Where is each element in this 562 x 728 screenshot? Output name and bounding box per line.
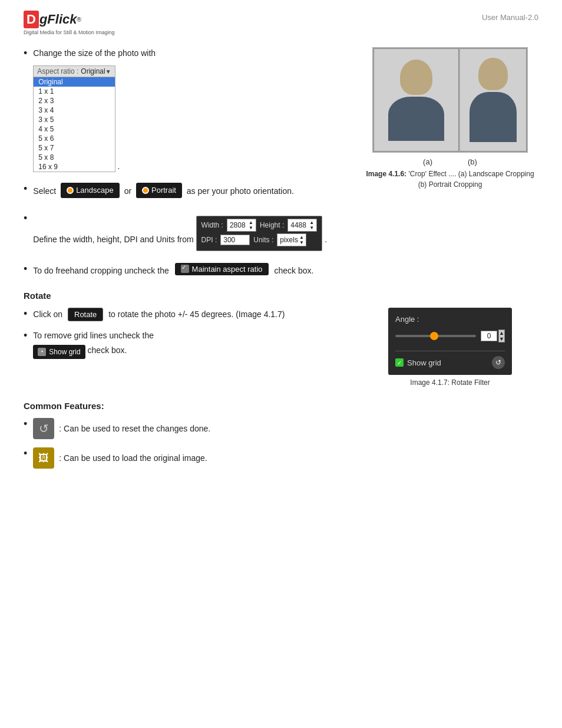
bullet-dot-2: •	[24, 183, 27, 196]
units-label: Units :	[253, 236, 273, 244]
orientation-post-text: as per your photo orientation.	[187, 186, 294, 196]
portrait-button[interactable]: Portrait	[136, 186, 184, 196]
dropdown-item-original[interactable]: Original	[34, 77, 114, 87]
show-grid-checkbox[interactable]: ✓	[395, 358, 404, 367]
wh-widget: Width : 2808 ▲▼ Height : 4488 ▲▼ DPI : 3…	[196, 216, 323, 251]
person-b	[470, 58, 517, 142]
portrait-label: Portrait	[151, 185, 176, 196]
maintain-checkbox-icon	[181, 265, 189, 273]
common-features-heading: Common Features:	[24, 401, 538, 411]
logo-tagline: Digital Media for Still & Motion Imaging	[24, 29, 115, 35]
height-spin[interactable]: ▲▼	[309, 220, 314, 230]
bullet-dot-7: •	[24, 418, 27, 431]
reset-icon-symbol: ↺	[39, 421, 49, 436]
wh-row-2: DPI : 300 Units : pixels ▲▼	[201, 233, 318, 246]
dpi-field[interactable]: 300	[220, 235, 250, 245]
divider	[395, 351, 505, 351]
freehand-pre-text: To do freehand cropping uncheck the	[33, 265, 168, 275]
bullet-content-6: To remove grid lines uncheck the ▪ Show …	[33, 330, 344, 359]
rotate-button[interactable]: Rotate	[68, 309, 105, 319]
landscape-btn-widget: Landscape	[61, 183, 120, 198]
bullet-remove-grid: • To remove grid lines uncheck the ▪ Sho…	[24, 330, 344, 359]
width-label: Width :	[201, 221, 223, 229]
dropdown-item-4x5[interactable]: 4 x 5	[34, 124, 114, 134]
dropdown-item-5x8[interactable]: 5 x 8	[34, 153, 114, 162]
main-content: • Change the size of the photo with Aspe…	[0, 47, 562, 500]
landscape-button[interactable]: Landscape	[61, 186, 122, 196]
rotate-btn-widget: Rotate	[68, 308, 103, 321]
bullet-content-4: To do freehand cropping uncheck the Main…	[33, 263, 538, 277]
show-grid-button-wrapper: ▪ Show grid check box.	[33, 344, 344, 359]
maintain-aspect-label: Maintain aspect ratio	[192, 265, 263, 274]
dropdown-item-3x4[interactable]: 3 x 4	[34, 106, 114, 115]
dropdown-list: Original 1 x 1 2 x 3 3 x 4 3 x 5 4 x 5 5…	[34, 77, 114, 172]
photo-labels: (a) (b)	[417, 156, 483, 166]
logo-area: DgFlick® Digital Media for Still & Motio…	[24, 11, 115, 35]
logo-tm: ®	[77, 17, 81, 23]
bullet-content-3: Define the width, height, DPI and Units …	[33, 212, 538, 255]
bullet-wh: • Define the width, height, DPI and Unit…	[24, 212, 538, 255]
dropdown-item-16x9[interactable]: 16 x 9	[34, 162, 114, 172]
slider-row: 0 ▲▼	[395, 330, 505, 342]
rotate-image-caption: Image 4.1.7: Rotate Filter	[410, 378, 490, 387]
bullet-load-feature: • 🖼 : Can be used to load the original i…	[24, 447, 538, 469]
load-icon-symbol: 🖼	[38, 452, 49, 465]
photo-caption: Image 4.1.6: 'Crop' Effect .... (a) Land…	[362, 169, 538, 190]
bullet-dot-5: •	[24, 308, 27, 321]
dropdown-item-2x3[interactable]: 2 x 3	[34, 96, 114, 106]
rotate-btn-label: Rotate	[74, 310, 97, 319]
show-grid-btn-widget: ▪ Show grid	[33, 345, 85, 359]
height-field[interactable]: 4488 ▲▼	[287, 219, 317, 232]
dropdown-label: Aspect ratio :	[37, 67, 78, 75]
dropdown-item-5x6[interactable]: 5 x 6	[34, 134, 114, 143]
units-spin[interactable]: ▲▼	[299, 235, 304, 245]
bullet-dot-8: •	[24, 447, 27, 460]
logo-text: gFlick	[39, 12, 77, 27]
dpi-label: DPI :	[201, 236, 217, 244]
dropdown-item-1x1[interactable]: 1 x 1	[34, 87, 114, 96]
portrait-radio-icon	[142, 187, 149, 194]
angle-label: Angle :	[395, 315, 505, 324]
bullet-dot-3: •	[24, 212, 27, 225]
wh-pre-text: Define the width, height, DPI and Units …	[33, 235, 193, 244]
landscape-label: Landscape	[76, 185, 114, 196]
landscape-radio-icon	[67, 187, 74, 194]
bullet-orientation: • Select Landscape or	[24, 183, 344, 198]
remove-grid-post: check box.	[88, 345, 127, 355]
show-grid-checkbox-icon: ▪	[38, 348, 46, 356]
angle-slider[interactable]	[395, 335, 476, 337]
crop-left-col: • Change the size of the photo with Aspe…	[24, 47, 344, 206]
rotate-section: • Click on Rotate to rotate the photo +/…	[24, 308, 538, 387]
photo-compare	[372, 47, 528, 153]
aspect-ratio-dropdown[interactable]: Aspect ratio : Original ▼ Original 1 x 1…	[33, 65, 115, 172]
rotate-filter-widget: Angle : 0 ▲▼ ✓ Show grid ↺	[388, 308, 512, 375]
dropdown-item-5x7[interactable]: 5 x 7	[34, 143, 114, 153]
height-label: Height :	[260, 221, 284, 229]
load-feature-text: : Can be used to load the original image…	[59, 452, 207, 465]
bullet-reset-feature: • ↺ : Can be used to reset the changes d…	[24, 418, 538, 439]
reset-button[interactable]: ↺	[492, 356, 505, 369]
manual-label: User Manual-2.0	[482, 13, 538, 22]
remove-grid-text: To remove grid lines uncheck the ▪ Show …	[33, 330, 344, 359]
dropdown-item-3x5[interactable]: 3 x 5	[34, 115, 114, 124]
dropdown-current-value: Original	[81, 67, 105, 75]
maintain-aspect-button[interactable]: Maintain aspect ratio	[175, 265, 271, 275]
units-field[interactable]: pixels ▲▼	[277, 233, 306, 246]
wh-period: .	[325, 235, 327, 244]
bullet-dot-4: •	[24, 263, 27, 276]
show-grid-button[interactable]: ▪ Show grid	[33, 345, 87, 355]
change-size-text: Change the size of the photo with	[33, 48, 156, 58]
body-b	[470, 92, 517, 142]
width-spin[interactable]: ▲▼	[249, 220, 253, 230]
crop-right-col: (a) (b) Image 4.1.6: 'Crop' Effect .... …	[362, 47, 538, 190]
crop-section: • Change the size of the photo with Aspe…	[24, 47, 538, 206]
photo-a-label: (a)	[423, 157, 432, 166]
show-grid-row: ✓ Show grid ↺	[395, 356, 505, 369]
width-field[interactable]: 2808 ▲▼	[227, 219, 256, 232]
slider-thumb-icon	[430, 332, 438, 340]
angle-spin[interactable]: ▲▼	[498, 330, 505, 342]
photo-a	[373, 48, 459, 151]
rotate-heading: Rotate	[24, 291, 538, 301]
photo-b-inner	[460, 49, 526, 151]
rotate-click-post: to rotate the photo +/- 45 degrees. (Ima…	[108, 309, 285, 319]
